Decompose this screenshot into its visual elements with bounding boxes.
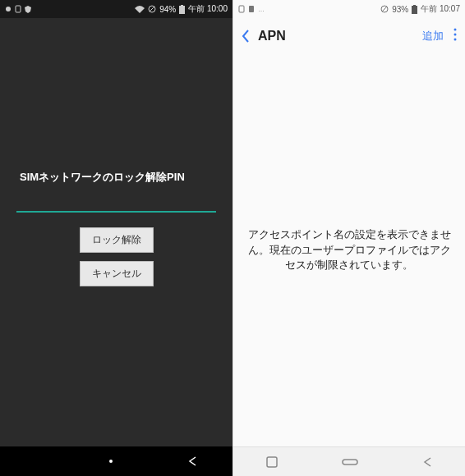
apn-content: アクセスポイント名の設定を表示できません。現在のユーザープロファイルではアクセス… — [233, 54, 465, 446]
svg-rect-8 — [249, 6, 254, 12]
status-left-icons — [5, 5, 31, 13]
recents-button[interactable] — [105, 455, 117, 467]
svg-point-15 — [454, 39, 457, 41]
battery-icon — [412, 5, 417, 14]
notif-icon — [5, 6, 12, 12]
svg-rect-4 — [179, 6, 185, 14]
notif-dots: … — [258, 6, 265, 13]
unlock-button[interactable]: ロック解除 — [80, 227, 154, 253]
svg-rect-1 — [16, 6, 21, 12]
svg-rect-12 — [413, 5, 416, 6]
android-navbar-right — [233, 446, 465, 476]
battery-pct: 93% — [392, 5, 408, 14]
android-navbar-left — [0, 446, 232, 476]
svg-point-14 — [454, 34, 457, 36]
svg-rect-11 — [412, 6, 417, 14]
status-right-icons: 94% 午前 10:00 — [135, 3, 228, 15]
cancel-button[interactable]: キャンセル — [80, 261, 154, 286]
no-signal-icon — [380, 5, 389, 13]
svg-point-6 — [109, 460, 113, 463]
pin-input[interactable] — [16, 190, 216, 213]
no-signal-icon — [148, 5, 156, 13]
home-button[interactable] — [342, 457, 358, 467]
add-button[interactable]: 追加 — [422, 29, 444, 43]
sim-unlock-panel: SIMネットワークのロック解除PIN ロック解除 キャンセル — [0, 18, 232, 446]
notif-icon — [238, 5, 245, 13]
apn-restricted-message: アクセスポイント名の設定を表示できません。現在のユーザープロファイルではアクセス… — [246, 227, 452, 273]
svg-point-13 — [454, 29, 457, 31]
status-bar-right: … 93% 午前 10:07 — [233, 0, 465, 18]
sim-unlock-label: SIMネットワークのロック解除PIN — [20, 170, 185, 185]
notif-icon — [248, 5, 255, 13]
battery-icon — [179, 5, 185, 14]
more-menu-button[interactable] — [453, 28, 457, 44]
svg-rect-16 — [267, 457, 277, 467]
screen-sim-unlock: 94% 午前 10:00 SIMネットワークのロック解除PIN ロック解除 キャ… — [0, 0, 232, 476]
screen-apn-settings: … 93% 午前 10:07 APN 追加 アクセスポイント名の設定を表示できま… — [232, 0, 465, 476]
clock-text: 午前 10:07 — [421, 3, 460, 15]
svg-point-0 — [6, 7, 11, 11]
status-left-icons-r: … — [238, 5, 265, 13]
svg-rect-7 — [239, 6, 244, 12]
back-button[interactable] — [421, 456, 433, 468]
svg-rect-5 — [181, 5, 183, 6]
chevron-left-icon — [242, 30, 250, 43]
battery-pct: 94% — [159, 5, 176, 14]
svg-line-3 — [150, 7, 154, 11]
clock-text: 午前 10:00 — [188, 3, 228, 15]
wifi-icon — [135, 6, 145, 13]
shield-icon — [25, 6, 31, 13]
back-button[interactable] — [186, 455, 198, 467]
status-right-icons-r: 93% 午前 10:07 — [380, 3, 460, 15]
page-title: APN — [258, 29, 422, 43]
notif-icon — [15, 5, 21, 13]
more-vert-icon — [453, 28, 457, 41]
apn-header: APN 追加 — [233, 18, 465, 54]
recents-button[interactable] — [265, 455, 279, 469]
svg-line-10 — [382, 7, 387, 11]
status-bar-left: 94% 午前 10:00 — [0, 0, 232, 18]
back-button[interactable] — [242, 30, 250, 43]
svg-rect-17 — [343, 460, 357, 465]
